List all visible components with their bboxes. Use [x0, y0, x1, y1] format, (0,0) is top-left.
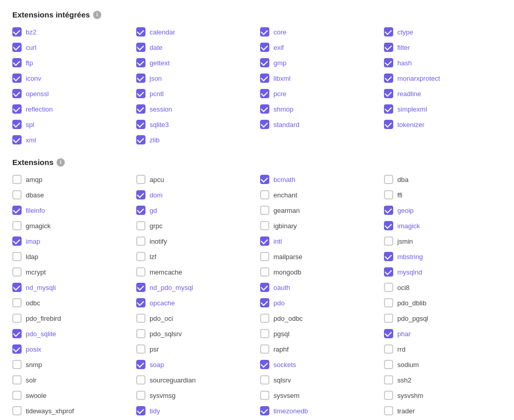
- checkbox-spl[interactable]: [12, 120, 22, 129]
- checkbox-pdo_dblib[interactable]: [384, 298, 393, 307]
- checkbox-phar[interactable]: [384, 329, 393, 338]
- checkbox-monarxprotect[interactable]: [384, 74, 393, 83]
- checkbox-hash[interactable]: [384, 58, 393, 67]
- checkbox-dba[interactable]: [384, 175, 393, 184]
- checkbox-imap[interactable]: [12, 236, 22, 246]
- ext-label-gearman: gearman: [273, 207, 300, 214]
- checkbox-timezonedb[interactable]: [260, 406, 269, 415]
- checkbox-sqlsrv[interactable]: [260, 375, 269, 385]
- checkbox-reflection[interactable]: [12, 104, 22, 114]
- checkbox-odbc[interactable]: [12, 298, 22, 307]
- checkbox-filter[interactable]: [384, 43, 393, 52]
- checkbox-swoole[interactable]: [12, 391, 22, 400]
- checkbox-nd_pdo_mysql[interactable]: [136, 283, 145, 292]
- checkbox-gettext[interactable]: [136, 58, 145, 67]
- checkbox-ldap[interactable]: [12, 252, 22, 261]
- checkbox-pdo_sqlsrv[interactable]: [136, 329, 145, 338]
- checkbox-readline[interactable]: [384, 89, 393, 98]
- checkbox-ctype[interactable]: [384, 27, 393, 36]
- checkbox-pdo_odbc[interactable]: [260, 314, 269, 323]
- checkbox-mcrypt[interactable]: [12, 267, 22, 277]
- checkbox-ssh2[interactable]: [384, 375, 393, 385]
- checkbox-pgsql[interactable]: [260, 329, 269, 338]
- ext-label-timezonedb: timezonedb: [273, 407, 308, 415]
- checkbox-raphf[interactable]: [260, 344, 269, 354]
- checkbox-igbinary[interactable]: [260, 221, 269, 230]
- checkbox-tidy[interactable]: [136, 406, 145, 415]
- checkbox-opcache[interactable]: [136, 298, 145, 307]
- checkbox-oci8[interactable]: [384, 283, 393, 292]
- checkbox-sysvmsg[interactable]: [136, 391, 145, 400]
- checkbox-fileinfo[interactable]: [12, 206, 22, 215]
- list-item: pdo_dblib: [384, 297, 502, 308]
- checkbox-curl[interactable]: [12, 43, 22, 52]
- checkbox-standard[interactable]: [260, 120, 269, 129]
- checkbox-pdo_oci[interactable]: [136, 314, 145, 323]
- checkbox-ftp[interactable]: [12, 58, 22, 67]
- checkbox-json[interactable]: [136, 74, 145, 83]
- checkbox-sockets[interactable]: [260, 360, 269, 369]
- checkbox-libxml[interactable]: [260, 74, 269, 83]
- checkbox-shmop[interactable]: [260, 104, 269, 114]
- checkbox-snmp[interactable]: [12, 360, 22, 369]
- checkbox-inotify[interactable]: [136, 236, 145, 246]
- checkbox-pcntl[interactable]: [136, 89, 145, 98]
- checkbox-gmagick[interactable]: [12, 221, 22, 230]
- checkbox-bz2[interactable]: [12, 27, 22, 36]
- list-item: amqp: [12, 174, 130, 185]
- checkbox-openssl[interactable]: [12, 89, 22, 98]
- checkbox-rrd[interactable]: [384, 344, 393, 354]
- checkbox-oauth[interactable]: [260, 283, 269, 292]
- checkbox-xml[interactable]: [12, 135, 22, 144]
- checkbox-tokenizer[interactable]: [384, 120, 393, 129]
- info-icon[interactable]: i: [93, 11, 101, 19]
- checkbox-sodium[interactable]: [384, 360, 393, 369]
- checkbox-exif[interactable]: [260, 43, 269, 52]
- checkbox-tideways_xhprof[interactable]: [12, 406, 22, 415]
- checkbox-gmp[interactable]: [260, 58, 269, 67]
- checkbox-nd_mysqli[interactable]: [12, 283, 22, 292]
- checkbox-gd[interactable]: [136, 206, 145, 215]
- checkbox-geoip[interactable]: [384, 206, 393, 215]
- checkbox-imagick[interactable]: [384, 221, 393, 230]
- checkbox-gearman[interactable]: [260, 206, 269, 215]
- checkbox-pdo_sqlite[interactable]: [12, 329, 22, 338]
- checkbox-mailparse[interactable]: [260, 252, 269, 261]
- checkbox-mbstring[interactable]: [384, 252, 393, 261]
- checkbox-session[interactable]: [136, 104, 145, 114]
- checkbox-soap[interactable]: [136, 360, 145, 369]
- checkbox-apcu[interactable]: [136, 175, 145, 184]
- checkbox-dbase[interactable]: [12, 190, 22, 199]
- checkbox-iconv[interactable]: [12, 74, 22, 83]
- checkbox-psr[interactable]: [136, 344, 145, 354]
- checkbox-pdo_firebird[interactable]: [12, 314, 22, 323]
- info-icon[interactable]: i: [57, 158, 65, 167]
- checkbox-lzf[interactable]: [136, 252, 145, 261]
- checkbox-memcache[interactable]: [136, 267, 145, 277]
- checkbox-sysvsem[interactable]: [260, 391, 269, 400]
- checkbox-pdo_pgsql[interactable]: [384, 314, 393, 323]
- checkbox-solr[interactable]: [12, 375, 22, 385]
- checkbox-bcmath[interactable]: [260, 175, 269, 184]
- checkbox-trader[interactable]: [384, 406, 393, 415]
- checkbox-calendar[interactable]: [136, 27, 145, 36]
- checkbox-sourceguardian[interactable]: [136, 375, 145, 385]
- checkbox-mongodb[interactable]: [260, 267, 269, 277]
- checkbox-zlib[interactable]: [136, 135, 145, 144]
- checkbox-jsmin[interactable]: [384, 236, 393, 246]
- checkbox-enchant[interactable]: [260, 190, 269, 199]
- checkbox-dom[interactable]: [136, 190, 145, 199]
- checkbox-mysqlnd[interactable]: [384, 267, 393, 277]
- checkbox-core[interactable]: [260, 27, 269, 36]
- checkbox-grpc[interactable]: [136, 221, 145, 230]
- checkbox-intl[interactable]: [260, 236, 269, 246]
- checkbox-simplexml[interactable]: [384, 104, 393, 114]
- checkbox-pdo[interactable]: [260, 298, 269, 307]
- checkbox-posix[interactable]: [12, 344, 22, 354]
- checkbox-pcre[interactable]: [260, 89, 269, 98]
- checkbox-sysvshm[interactable]: [384, 391, 393, 400]
- checkbox-ffi[interactable]: [384, 190, 393, 199]
- checkbox-amqp[interactable]: [12, 175, 22, 184]
- checkbox-sqlite3[interactable]: [136, 120, 145, 129]
- checkbox-date[interactable]: [136, 43, 145, 52]
